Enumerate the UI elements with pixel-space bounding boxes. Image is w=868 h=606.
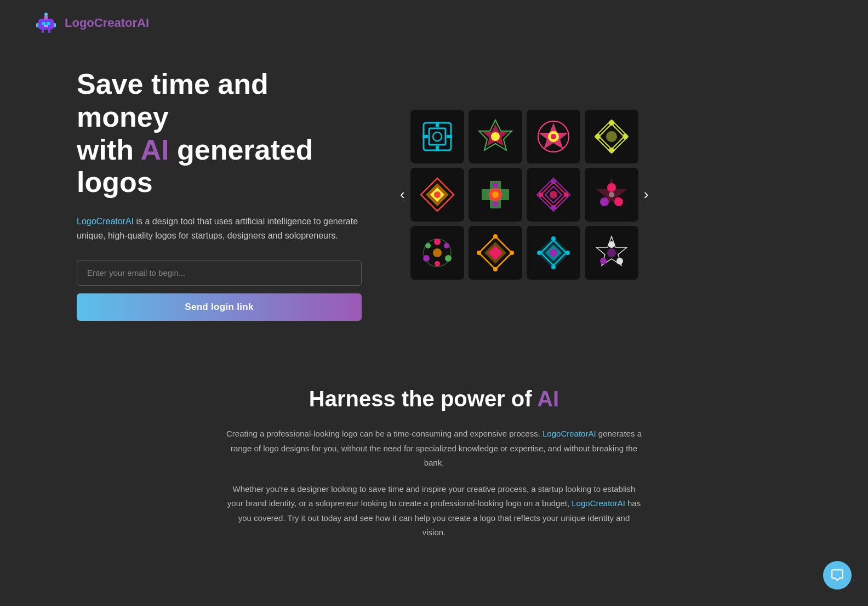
- svg-point-28: [609, 120, 614, 126]
- svg-point-77: [537, 251, 541, 255]
- svg-point-61: [425, 243, 431, 248]
- navbar: LogoCreatorAI: [0, 0, 868, 46]
- svg-rect-2: [47, 22, 50, 25]
- svg-rect-16: [422, 135, 428, 138]
- chat-button[interactable]: [823, 561, 852, 590]
- svg-rect-8: [42, 30, 44, 33]
- svg-point-69: [477, 251, 481, 255]
- svg-rect-7: [54, 23, 56, 27]
- svg-point-68: [493, 267, 498, 271]
- svg-point-40: [493, 183, 498, 188]
- carousel-prev-button[interactable]: ‹: [395, 180, 410, 208]
- logo-cell-10: [469, 226, 522, 280]
- svg-point-56: [434, 239, 441, 245]
- features-title: Harness the power of AI: [66, 387, 802, 411]
- logo-cell-3: [527, 110, 580, 163]
- svg-point-31: [623, 134, 628, 139]
- svg-rect-12: [429, 128, 446, 145]
- svg-rect-6: [36, 23, 38, 27]
- svg-rect-15: [436, 146, 439, 151]
- svg-point-59: [433, 248, 442, 257]
- svg-point-30: [595, 134, 601, 139]
- svg-point-41: [493, 201, 498, 207]
- svg-point-27: [606, 131, 617, 142]
- svg-point-53: [614, 197, 623, 206]
- svg-rect-17: [447, 135, 452, 138]
- logo-cell-12: [585, 226, 638, 280]
- svg-rect-14: [436, 122, 439, 127]
- logo-cell-6: [469, 168, 522, 222]
- svg-point-51: [607, 183, 616, 192]
- svg-point-39: [492, 191, 499, 198]
- logo-grid: [410, 110, 638, 280]
- svg-point-5: [44, 13, 48, 16]
- svg-rect-0: [38, 19, 54, 30]
- svg-rect-10: [44, 25, 48, 27]
- svg-point-45: [550, 191, 557, 199]
- hero-section: Save time and money with AI generated lo…: [0, 46, 868, 354]
- svg-point-80: [600, 258, 607, 264]
- svg-point-60: [435, 261, 440, 267]
- logo-cell-9: [410, 226, 464, 280]
- logo-cell-7: [527, 168, 580, 222]
- hero-description: LogoCreatorAI is a design tool that uses…: [77, 214, 362, 242]
- hero-left: Save time and money with AI generated lo…: [77, 68, 362, 321]
- features-section: Harness the power of AI Creating a profe…: [0, 354, 868, 579]
- email-input[interactable]: [77, 260, 362, 286]
- svg-point-13: [433, 132, 442, 141]
- carousel-next-button[interactable]: ›: [638, 180, 654, 208]
- hero-right: ‹: [395, 110, 647, 280]
- svg-point-76: [551, 265, 556, 269]
- svg-rect-1: [42, 22, 45, 25]
- svg-point-73: [550, 249, 557, 257]
- logo-cell-11: [527, 226, 580, 280]
- logo-text: LogoCreatorAI: [65, 16, 149, 30]
- svg-rect-9: [48, 30, 50, 33]
- svg-point-46: [551, 180, 556, 184]
- svg-point-48: [539, 192, 543, 197]
- logo-icon: [33, 10, 59, 36]
- hero-title: Save time and money with AI generated lo…: [77, 68, 362, 199]
- svg-point-74: [551, 236, 556, 241]
- svg-point-24: [551, 134, 556, 139]
- logo-cell-1: [410, 110, 464, 163]
- svg-point-47: [551, 205, 556, 209]
- svg-point-62: [444, 243, 449, 248]
- logo-cell-2: [469, 110, 522, 163]
- logo[interactable]: LogoCreatorAI: [33, 10, 149, 36]
- svg-point-79: [608, 241, 615, 248]
- features-desc-1: Creating a professional-looking logo can…: [226, 427, 642, 470]
- svg-point-49: [564, 192, 568, 197]
- svg-point-58: [423, 255, 430, 262]
- send-login-button[interactable]: Send login link: [77, 293, 362, 321]
- svg-point-81: [616, 258, 623, 264]
- logo-cell-5: [410, 168, 464, 222]
- logo-cell-4: [585, 110, 638, 163]
- svg-point-35: [434, 191, 441, 198]
- svg-point-29: [609, 148, 614, 153]
- svg-point-67: [510, 251, 514, 255]
- svg-point-20: [491, 132, 500, 141]
- features-desc-2: Whether you're a designer looking to sav…: [226, 482, 642, 540]
- how-section: How does it work? 1 Sign up for free wit…: [0, 579, 868, 606]
- logo-cell-8: [585, 168, 638, 222]
- svg-point-52: [600, 197, 609, 206]
- svg-point-54: [609, 192, 614, 197]
- svg-point-66: [493, 234, 498, 239]
- chat-icon: [830, 568, 844, 582]
- svg-point-57: [445, 255, 452, 262]
- svg-point-82: [607, 248, 616, 257]
- svg-point-75: [566, 251, 570, 255]
